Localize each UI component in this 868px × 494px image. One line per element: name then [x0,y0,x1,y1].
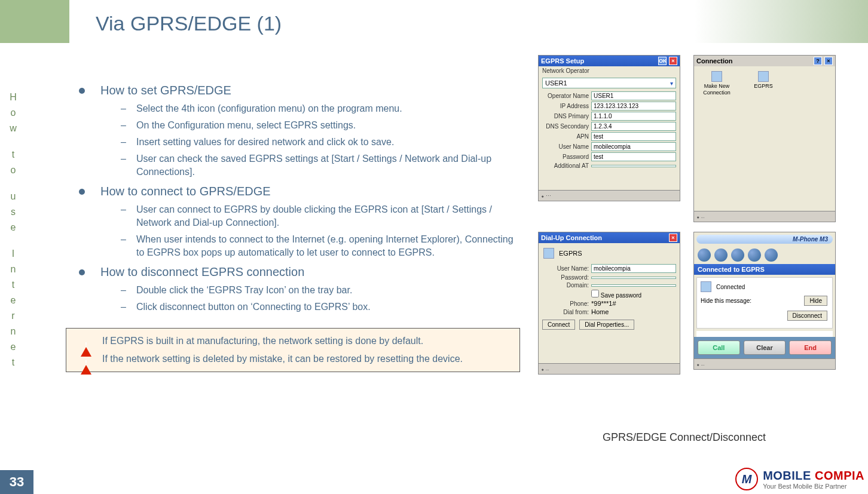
field-label: User Name: [542,265,589,272]
bullet-item: Insert setting values for desired networ… [136,136,520,149]
password-field[interactable] [591,277,676,279]
connected-banner: Connected to EGPRS [694,264,835,275]
logo-text-main: MOBILE COMPIA [763,469,864,483]
company-logo: M MOBILE COMPIA Your Best Mobile Biz Par… [735,468,864,490]
chevron-down-icon: ▾ [670,80,673,87]
side-section-label: How to use Internet [7,90,19,370]
username-field[interactable]: mobilecompia [591,142,676,151]
window-title: Dial-Up Connection [541,234,602,241]
operator-name-field[interactable]: USER1 [591,91,676,100]
additional-at-field[interactable] [591,165,676,167]
egprs-connection[interactable]: EGPRS [745,71,781,96]
page-title: Via GPRS/EDGE (1) [96,12,282,35]
app-icon[interactable] [714,248,728,262]
operator-label: Network Operator [539,66,680,75]
field-label: APN [542,133,589,140]
field-label: Domain: [542,282,589,289]
window-title: EGPRS Setup [541,57,584,65]
field-label: Password: [542,274,589,281]
taskbar: ⬥⋯ [539,190,680,201]
field-label: Phone: [542,300,589,307]
app-icon[interactable] [748,248,761,262]
app-icon[interactable] [765,248,778,262]
tray-icon[interactable]: ⬥ [541,193,544,199]
section-heading: How to disconnect EGPRS connection [66,265,520,279]
phone-value: *99***1# [591,300,616,307]
operator-dropdown[interactable]: USER1 ▾ [542,78,676,88]
bullet-item: Double click the ‘EGPRS Tray Icon’ on th… [136,284,520,297]
make-new-connection[interactable]: Make New Connection [699,71,735,96]
window-titlebar: Connection ? × [694,56,835,66]
dial-from-value: Home [591,308,609,315]
egprs-setup-window: EGPRS Setup OK × Network Operator USER1 … [538,55,680,201]
field-label: DNS Secondary [542,123,589,130]
field-label: Operator Name [542,93,589,99]
mphone-icon-row [694,246,835,264]
password-field[interactable]: test [591,152,676,161]
close-icon[interactable]: × [669,234,677,242]
hide-button[interactable]: Hide [804,296,827,306]
close-icon[interactable]: × [824,57,833,65]
field-label: DNS Primary [542,113,589,119]
dns-secondary-field[interactable]: 1.2.3.4 [591,122,676,131]
end-button[interactable]: End [789,340,832,355]
window-title: Connection [696,57,733,65]
connection-icon [543,248,554,259]
connection-status-area: Connected Hide this message: Hide Discon… [696,277,833,329]
username-field[interactable]: mobilecompia [591,264,676,273]
taskbar: ⬥ ⋯ [539,363,680,374]
close-icon[interactable]: × [669,57,677,65]
taskbar: ⬥ ⋯ [694,211,835,222]
connect-button[interactable]: Connect [542,320,575,330]
field-label: Dial from: [542,309,589,315]
ok-button[interactable]: OK [658,57,667,65]
app-icon[interactable] [731,248,744,262]
connection-icon [701,281,711,292]
mphone-brand: M-Phone M3 [696,235,833,244]
note-box: If EGPRS is built in at manufacturing, t… [66,328,520,372]
dial-properties-button[interactable]: Dial Properties... [579,320,634,330]
dialup-window: Dial-Up Connection × EGPRS User Name:mob… [538,232,680,375]
window-titlebar: EGPRS Setup OK × [539,56,680,66]
call-buttons-row: Call Clear End [694,337,835,358]
checkbox-label: Save password [601,292,641,299]
mphone-window: M-Phone M3 Connected to EGPRS Connected … [693,232,836,370]
clear-button[interactable]: Clear [744,340,786,355]
domain-field[interactable] [591,284,676,287]
bullet-item: When user intends to connect to the Inte… [136,233,520,259]
connection-window: Connection ? × Make New Connection EGPRS… [693,55,836,222]
call-button[interactable]: Call [698,340,740,355]
field-label: User Name [542,143,589,150]
bullet-item: On the Configuration menu, select EGPRS … [136,119,520,132]
logo-tagline: Your Best Mobile Biz Partner [763,483,864,490]
bullet-item: Click disconnect button on ‘Connecting t… [136,300,520,314]
section-heading: How to connect to GPRS/EDGE [66,185,520,198]
note-item: If the network setting is deleted by mis… [102,352,512,366]
taskbar: ⬥ ⋯ [694,358,835,369]
hide-message-label: Hide this message: [701,297,751,304]
warning-icon [81,354,91,363]
page-number: 33 [0,470,33,494]
ip-field[interactable]: 123.123.123.123 [591,102,676,111]
bullet-item: User can connect to EGPRS by double clic… [136,203,520,229]
save-password-checkbox[interactable] [591,290,599,297]
screenshots-caption: GPRS/EDGE Connect/Disconnect [603,431,766,444]
icon-label: EGPRS [745,83,781,89]
apn-field[interactable]: test [591,132,676,141]
section-heading: How to set GPRS/EDGE [66,84,520,97]
help-icon[interactable]: ? [814,57,822,65]
icon-label: Make New Connection [699,83,735,96]
note-item: If EGPRS is built in at manufacturing, t… [102,335,512,348]
app-icon[interactable] [698,248,711,262]
window-titlebar: Dial-Up Connection × [539,232,680,243]
disconnect-button[interactable]: Disconnect [787,311,827,321]
main-content: How to set GPRS/EDGE Select the 4th icon… [66,84,520,372]
dns-primary-field[interactable]: 1.1.1.0 [591,112,676,121]
field-label: Additional AT [542,162,589,169]
note-text: If EGPRS is built in at manufacturing, t… [102,336,423,346]
status-text: Connected [716,284,745,290]
connection-icon [711,71,722,82]
field-label: IP Address [542,103,589,109]
warning-icon [81,336,91,345]
field-label: Password [542,154,589,160]
